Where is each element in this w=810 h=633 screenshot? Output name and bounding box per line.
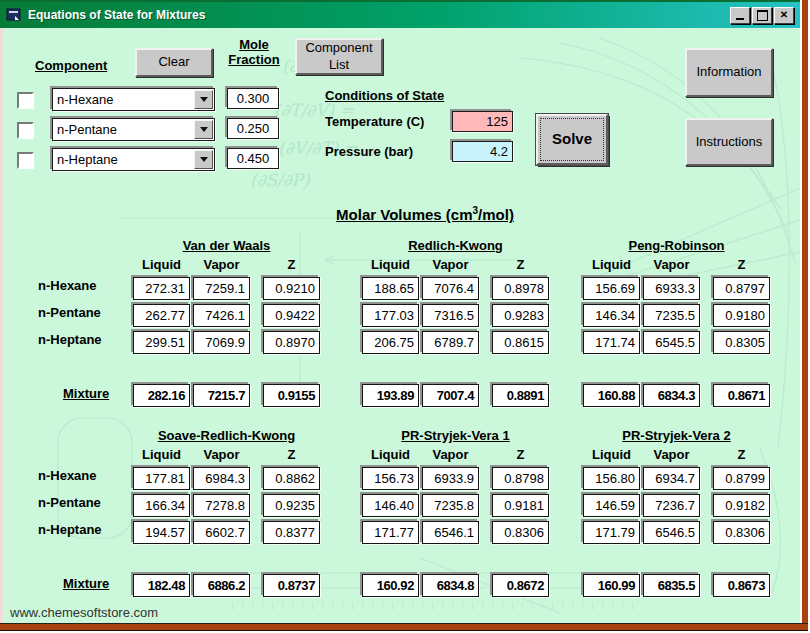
value-box[interactable]: 272.31 <box>133 277 190 300</box>
dropdown-button[interactable] <box>194 120 213 139</box>
value-box[interactable]: 6933.3 <box>643 277 700 300</box>
value-box[interactable]: 299.51 <box>133 331 190 354</box>
value-box[interactable]: 7235.5 <box>643 304 700 327</box>
value-box[interactable]: 146.40 <box>362 494 419 517</box>
value-box[interactable]: 171.79 <box>583 521 640 544</box>
component-select-1[interactable]: n-Hexane <box>52 88 215 111</box>
mixture-value-box[interactable]: 193.89 <box>362 384 419 407</box>
temperature-input[interactable] <box>452 111 513 132</box>
value-box[interactable]: 0.8862 <box>263 467 320 490</box>
value-box[interactable]: 6602.7 <box>193 521 250 544</box>
value-box[interactable]: 0.8799 <box>713 467 770 490</box>
value-box[interactable]: 177.03 <box>362 304 419 327</box>
value-box[interactable]: 188.65 <box>362 277 419 300</box>
value-box[interactable]: 206.75 <box>362 331 419 354</box>
value-box[interactable]: 146.59 <box>583 494 640 517</box>
value-box[interactable]: 6546.1 <box>422 521 479 544</box>
mixture-value-box[interactable]: 282.16 <box>133 384 190 407</box>
component-list-button[interactable]: Component List <box>295 38 383 75</box>
mixture-value-box[interactable]: 6835.5 <box>643 574 700 597</box>
clear-button[interactable]: Clear <box>135 48 213 77</box>
mixture-value-box[interactable]: 6886.2 <box>193 574 250 597</box>
value-box[interactable]: 146.34 <box>583 304 640 327</box>
dropdown-button[interactable] <box>194 150 213 169</box>
value-box[interactable]: 0.9283 <box>492 304 549 327</box>
value-box[interactable]: 194.57 <box>133 521 190 544</box>
value-box[interactable]: 6545.5 <box>643 331 700 354</box>
value-box[interactable]: 7278.8 <box>193 494 250 517</box>
mixture-value-box[interactable]: 0.8672 <box>492 574 549 597</box>
value-box[interactable]: 7235.8 <box>422 494 479 517</box>
title-bar[interactable]: Equations of State for Mixtures ✕ <box>0 2 800 28</box>
value-box[interactable]: 6933.9 <box>422 467 479 490</box>
component-checkbox-3[interactable] <box>17 152 34 169</box>
mixture-value-box[interactable]: 160.92 <box>362 574 419 597</box>
value-box[interactable]: 171.77 <box>362 521 419 544</box>
value-box[interactable]: 0.8306 <box>713 521 770 544</box>
information-button[interactable]: Information <box>685 48 773 97</box>
value-box[interactable]: 0.9422 <box>263 304 320 327</box>
pressure-input[interactable] <box>452 141 513 162</box>
mixture-value-box[interactable]: 0.8671 <box>713 384 770 407</box>
value-box[interactable]: 7316.5 <box>422 304 479 327</box>
solve-button[interactable]: Solve <box>536 114 608 165</box>
maximize-button[interactable] <box>752 7 772 24</box>
value-box[interactable]: 0.9182 <box>713 494 770 517</box>
minimize-button[interactable] <box>730 7 750 24</box>
dropdown-button[interactable] <box>194 90 213 109</box>
value-box[interactable]: 0.8798 <box>492 467 549 490</box>
value-box[interactable]: 156.80 <box>583 467 640 490</box>
value-box[interactable]: 0.8978 <box>492 277 549 300</box>
column-header: Liquid <box>362 447 419 462</box>
column-header: Z <box>263 447 320 462</box>
mixture-value-box[interactable]: 0.8891 <box>492 384 549 407</box>
value-box[interactable]: 7076.4 <box>422 277 479 300</box>
value-box[interactable]: 0.8305 <box>713 331 770 354</box>
value-box[interactable]: 7259.1 <box>193 277 250 300</box>
value-box[interactable]: 0.8970 <box>263 331 320 354</box>
mixture-value-box[interactable]: 160.99 <box>583 574 640 597</box>
value-box[interactable]: 0.9180 <box>713 304 770 327</box>
column-header: Z <box>713 447 770 462</box>
value-box[interactable]: 156.73 <box>362 467 419 490</box>
value-box[interactable]: 0.8306 <box>492 521 549 544</box>
value-box[interactable]: 0.9235 <box>263 494 320 517</box>
value-box[interactable]: 0.8615 <box>492 331 549 354</box>
value-box[interactable]: 171.74 <box>583 331 640 354</box>
instructions-button[interactable]: Instructions <box>685 118 773 166</box>
value-box[interactable]: 7236.7 <box>643 494 700 517</box>
component-checkbox-2[interactable] <box>17 122 34 139</box>
component-checkbox-1[interactable] <box>17 92 34 109</box>
mole-fraction-input-3[interactable] <box>227 148 279 169</box>
mixture-value-box[interactable]: 0.8737 <box>263 574 320 597</box>
value-box[interactable]: 166.34 <box>133 494 190 517</box>
value-box[interactable]: 7426.1 <box>193 304 250 327</box>
mixture-value-box[interactable]: 6834.8 <box>422 574 479 597</box>
component-select-3[interactable]: n-Heptane <box>52 148 215 171</box>
value-box[interactable]: 177.81 <box>133 467 190 490</box>
value-box[interactable]: 0.9181 <box>492 494 549 517</box>
component-list-line2: List <box>329 57 349 73</box>
mixture-value-box[interactable]: 7215.7 <box>193 384 250 407</box>
value-box[interactable]: 6546.5 <box>643 521 700 544</box>
value-box[interactable]: 6984.3 <box>193 467 250 490</box>
value-box[interactable]: 156.69 <box>583 277 640 300</box>
close-button[interactable]: ✕ <box>774 7 794 24</box>
row-label: n-Pentane <box>38 495 101 510</box>
mixture-value-box[interactable]: 182.48 <box>133 574 190 597</box>
mixture-value-box[interactable]: 7007.4 <box>422 384 479 407</box>
mixture-value-box[interactable]: 6834.3 <box>643 384 700 407</box>
value-box[interactable]: 6934.7 <box>643 467 700 490</box>
mixture-value-box[interactable]: 0.8673 <box>713 574 770 597</box>
value-box[interactable]: 262.77 <box>133 304 190 327</box>
mole-fraction-input-2[interactable] <box>227 118 279 139</box>
value-box[interactable]: 6789.7 <box>422 331 479 354</box>
value-box[interactable]: 0.8377 <box>263 521 320 544</box>
value-box[interactable]: 0.9210 <box>263 277 320 300</box>
value-box[interactable]: 7069.9 <box>193 331 250 354</box>
mole-fraction-input-1[interactable] <box>227 88 279 109</box>
mixture-value-box[interactable]: 0.9155 <box>263 384 320 407</box>
value-box[interactable]: 0.8797 <box>713 277 770 300</box>
mixture-value-box[interactable]: 160.88 <box>583 384 640 407</box>
component-select-2[interactable]: n-Pentane <box>52 118 215 141</box>
